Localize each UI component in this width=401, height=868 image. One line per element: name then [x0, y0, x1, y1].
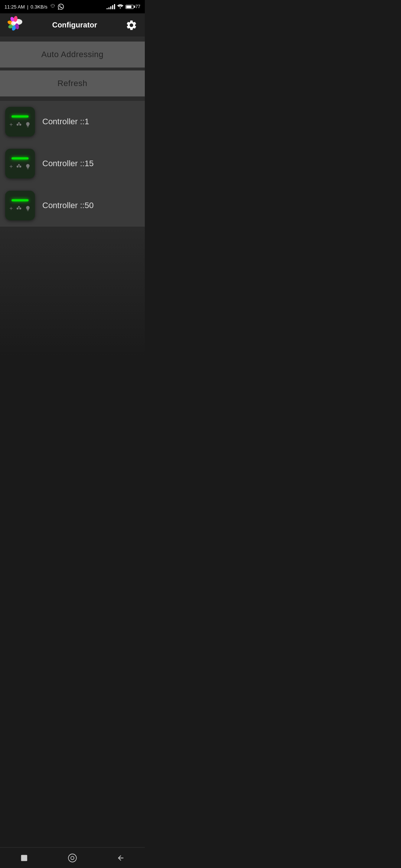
status-bar: 11:25 AM | 0.3KB/s: [0, 0, 145, 13]
auto-addressing-button[interactable]: Auto Addressing: [0, 42, 145, 68]
bulb-icon-15: [25, 163, 31, 170]
wifi-icon: [117, 4, 124, 9]
svg-point-12: [16, 165, 18, 167]
controller-name-1: Controller ::1: [42, 117, 89, 126]
controller-name-15: Controller ::15: [42, 159, 94, 168]
alarm-icon: [50, 4, 56, 10]
controller-item-15[interactable]: + Controller ::15: [0, 143, 145, 185]
fans-icon-50: [15, 205, 23, 212]
controller-icon-15: +: [5, 149, 35, 178]
battery-level: 77: [136, 4, 140, 9]
whatsapp-icon: [58, 4, 64, 10]
fans-icon-15: [15, 163, 23, 170]
time-display: 11:25 AM: [4, 4, 25, 10]
bulb-icon-50: [25, 205, 31, 212]
controller-symbols-1: +: [9, 121, 30, 128]
status-left: 11:25 AM | 0.3KB/s: [4, 4, 64, 10]
controller-symbols-50: +: [9, 205, 30, 212]
plus-icon-50: +: [9, 205, 13, 212]
status-bar-green-50: [12, 199, 29, 201]
svg-point-8: [11, 21, 16, 26]
status-bar-green-15: [12, 157, 29, 160]
controller-symbols-15: +: [9, 163, 30, 170]
svg-point-17: [18, 206, 20, 208]
svg-point-16: [19, 207, 21, 209]
page-title: Configurator: [25, 21, 124, 29]
controller-item-50[interactable]: + Controller ::50: [0, 185, 145, 227]
empty-area: [0, 227, 145, 356]
status-right: 77: [107, 4, 140, 9]
fans-icon: [15, 121, 23, 128]
plus-icon: +: [9, 121, 13, 128]
main-content: Auto Addressing Refresh + C: [0, 37, 145, 379]
svg-point-11: [18, 122, 20, 124]
controller-name-50: Controller ::50: [42, 201, 94, 210]
svg-point-13: [19, 165, 21, 167]
controller-icon-50: +: [5, 191, 35, 220]
plus-icon-15: +: [9, 163, 13, 170]
refresh-button[interactable]: Refresh: [0, 70, 145, 96]
gear-icon: [125, 19, 137, 31]
app-logo: [6, 16, 25, 35]
data-speed: 0.3KB/s: [30, 4, 48, 10]
svg-point-15: [16, 207, 18, 209]
logo-icon: [6, 16, 25, 34]
buttons-section: Auto Addressing Refresh: [0, 37, 145, 101]
battery-icon: [125, 5, 134, 9]
svg-point-9: [16, 124, 18, 125]
bulb-icon: [25, 121, 31, 128]
status-bar-green-1: [12, 115, 29, 118]
settings-button[interactable]: [124, 18, 139, 33]
app-header: Configurator: [0, 13, 145, 37]
controller-item-1[interactable]: + Controller ::1: [0, 101, 145, 143]
svg-point-14: [18, 164, 20, 166]
separator: |: [27, 4, 28, 10]
controllers-list: + Controller ::1 +: [0, 101, 145, 227]
controller-icon-1: +: [5, 107, 35, 137]
svg-point-10: [19, 124, 21, 125]
signal-icon: [107, 4, 115, 9]
